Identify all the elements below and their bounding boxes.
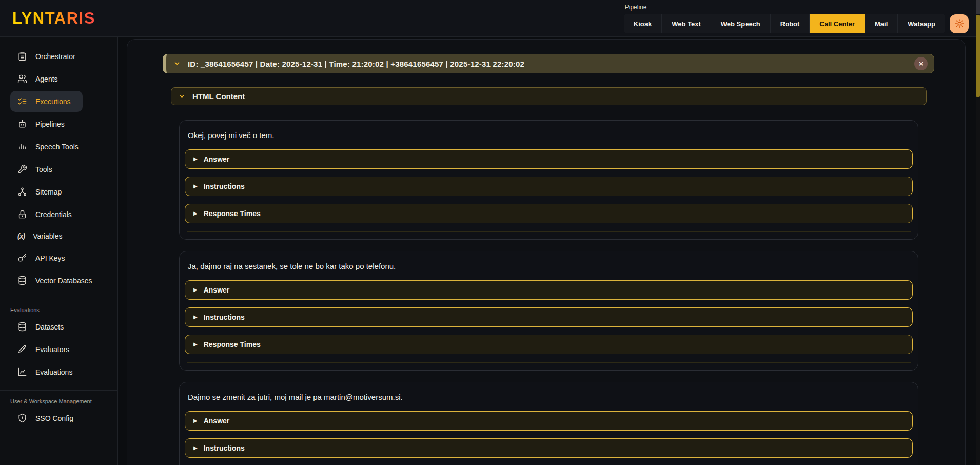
tab-mail[interactable]: Mail: [865, 14, 898, 33]
sidebar-item-vector-databases[interactable]: Vector Databases: [10, 270, 105, 291]
key-icon: [17, 253, 27, 263]
audio-bars-icon: [17, 142, 27, 151]
pencil-icon: [17, 344, 27, 354]
triangle-right-icon: ▶: [193, 184, 198, 189]
clipboard-icon: [17, 51, 27, 61]
main-area: ID: _38641656457 | Date: 2025-12-31 | Ti…: [118, 37, 980, 465]
sidebar-item-credentials[interactable]: Credentials: [10, 204, 84, 225]
html-content-toggle[interactable]: HTML Content: [171, 87, 927, 105]
sidebar-item-label: Evaluators: [35, 345, 69, 354]
panel-label: Answer: [204, 286, 230, 294]
chevron-down-icon[interactable]: [173, 60, 181, 67]
sidebar-section-user-workspace: User & Workspace Management: [10, 398, 117, 404]
message-text: Ja, dajmo raj na sestanek, se tole ne bo…: [188, 262, 910, 270]
sidebar-section-evaluations: Evaluations: [10, 307, 117, 313]
triangle-right-icon: ▶: [193, 445, 198, 451]
panel-label: Instructions: [204, 313, 245, 321]
sidebar-item-evaluators[interactable]: Evaluators: [10, 339, 82, 360]
sidebar-item-evaluations[interactable]: Evaluations: [10, 361, 85, 382]
sidebar-item-label: Evaluations: [35, 368, 72, 376]
sidebar-item-pipelines[interactable]: Pipelines: [10, 113, 77, 134]
sidebar-item-label: SSO Config: [35, 414, 73, 422]
chevron-down-icon[interactable]: [179, 93, 185, 100]
sidebar-item-label: Orchestrator: [35, 52, 75, 61]
message-group: Dajmo se zmenit za jutri, moj mail je pa…: [179, 382, 918, 465]
execution-header-text: ID: _38641656457 | Date: 2025-12-31 | Ti…: [188, 60, 914, 68]
panel-label: Response Times: [204, 209, 261, 218]
sidebar-item-label: Datasets: [35, 323, 64, 331]
message-text: Dajmo se zmenit za jutri, moj mail je pa…: [188, 393, 910, 401]
tab-kiosk[interactable]: Kiosk: [624, 14, 662, 33]
robot-icon: [17, 119, 27, 129]
sidebar-item-label: Agents: [35, 75, 58, 83]
settings-button[interactable]: [950, 14, 969, 33]
tab-watsapp[interactable]: Watsapp: [898, 14, 945, 33]
sidebar-item-label: Variables: [33, 232, 62, 240]
sidebar-divider: [0, 390, 117, 391]
list-checks-icon: [17, 96, 27, 106]
group-divider: [187, 231, 911, 232]
sidebar-item-datasets[interactable]: Datasets: [10, 316, 76, 337]
sidebar-item-label: Speech Tools: [35, 143, 79, 151]
database-icon: [17, 276, 27, 285]
scrollbar-thumb[interactable]: [976, 15, 980, 97]
sidebar-item-sitemap[interactable]: Sitemap: [10, 181, 74, 202]
tab-web-speech[interactable]: Web Speech: [711, 14, 771, 33]
sidebar-item-label: Credentials: [35, 210, 72, 219]
triangle-right-icon: ▶: [193, 315, 198, 320]
close-button[interactable]: ×: [914, 57, 928, 70]
sidebar-item-speech-tools[interactable]: Speech Tools: [10, 136, 91, 157]
sidebar-item-label: API Keys: [35, 254, 65, 262]
sidebar-item-label: Tools: [35, 165, 52, 173]
message-text: Okej, povej mi več o tem.: [188, 131, 910, 140]
instructions-panel-toggle[interactable]: ▶ Instructions: [185, 307, 913, 327]
database-icon: [17, 322, 27, 332]
users-icon: [17, 74, 27, 84]
group-divider: [187, 362, 911, 363]
html-content-title: HTML Content: [192, 92, 245, 101]
execution-header-bar[interactable]: ID: _38641656457 | Date: 2025-12-31 | Ti…: [163, 54, 934, 73]
lock-icon: [17, 209, 27, 219]
wrench-icon: [17, 164, 27, 174]
panel-label: Answer: [204, 155, 230, 163]
message-group: Okej, povej mi več o tem. ▶ Answer ▶ Ins…: [179, 120, 918, 240]
chart-icon: [17, 367, 27, 377]
sidebar-item-agents[interactable]: Agents: [10, 68, 70, 89]
panel-label: Answer: [204, 417, 230, 425]
tab-robot[interactable]: Robot: [771, 14, 810, 33]
variables-icon: (x): [17, 232, 25, 240]
pipeline-switcher: Pipeline Kiosk Web Text Web Speech Robot…: [624, 4, 969, 33]
sidebar-item-label: Executions: [35, 98, 70, 106]
triangle-right-icon: ▶: [193, 287, 198, 293]
triangle-right-icon: ▶: [193, 418, 198, 423]
tab-call-center[interactable]: Call Center: [810, 14, 865, 33]
tab-web-text[interactable]: Web Text: [662, 14, 711, 33]
response-times-panel-toggle[interactable]: ▶ Response Times: [185, 335, 913, 354]
instructions-panel-toggle[interactable]: ▶ Instructions: [185, 438, 913, 458]
instructions-panel-toggle[interactable]: ▶ Instructions: [185, 177, 913, 196]
answer-panel-toggle[interactable]: ▶ Answer: [185, 149, 913, 169]
answer-panel-toggle[interactable]: ▶ Answer: [185, 280, 913, 300]
scrollbar-top-segment: [976, 0, 980, 14]
panel-label: Response Times: [204, 340, 261, 348]
close-icon: ×: [919, 60, 923, 68]
sidebar-item-label: Vector Databases: [35, 277, 92, 285]
page-scrollbar[interactable]: [976, 0, 980, 465]
sidebar-item-tools[interactable]: Tools: [10, 159, 65, 180]
message-groups: Okej, povej mi več o tem. ▶ Answer ▶ Ins…: [179, 120, 918, 465]
sidebar-item-variables[interactable]: (x) Variables: [10, 226, 74, 246]
pipeline-tabs: Kiosk Web Text Web Speech Robot Call Cen…: [624, 14, 945, 33]
sidebar: Orchestrator Agents Executions: [0, 37, 118, 465]
execution-detail-card: ID: _38641656457 | Date: 2025-12-31 | Ti…: [127, 39, 966, 465]
sidebar-item-sso-config[interactable]: SSO Config: [10, 408, 86, 429]
sidebar-item-api-keys[interactable]: API Keys: [10, 247, 77, 268]
answer-panel-toggle[interactable]: ▶ Answer: [185, 411, 913, 431]
triangle-right-icon: ▶: [193, 211, 198, 216]
sidebar-item-executions[interactable]: Executions: [10, 91, 83, 112]
gear-icon: [954, 18, 965, 29]
sidebar-item-label: Pipelines: [35, 120, 65, 128]
shield-icon: [17, 413, 27, 423]
sidebar-item-orchestrator[interactable]: Orchestrator: [10, 46, 88, 67]
response-times-panel-toggle[interactable]: ▶ Response Times: [185, 204, 913, 223]
panel-label: Instructions: [204, 444, 245, 452]
